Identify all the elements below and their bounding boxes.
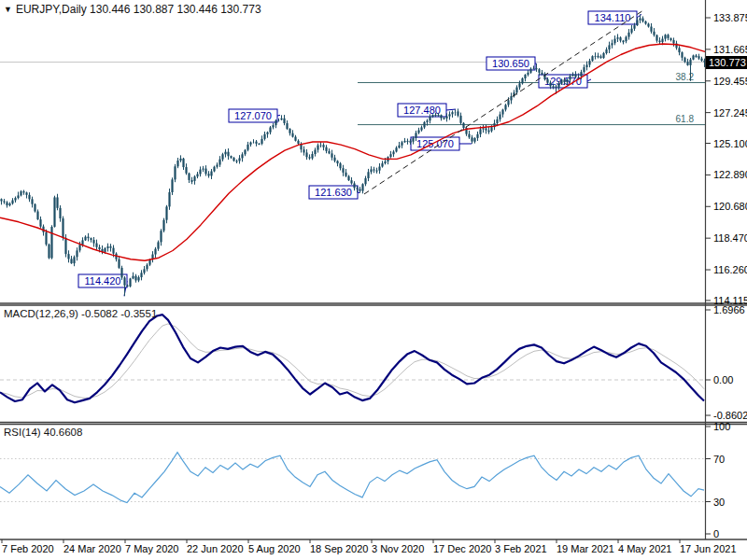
axis-tick-label: 127.245 — [713, 107, 747, 119]
swing-label-text: 114.420 — [85, 275, 121, 287]
axis-tick-label: 125.100 — [713, 138, 747, 149]
fib-level-label: 38.2 — [676, 72, 695, 82]
price-panel[interactable] — [0, 0, 705, 303]
axis-tick-label: 129.455 — [713, 76, 747, 87]
date-tick-label: 18 Sep 2020 — [310, 543, 368, 554]
swing-label-text: 127.070 — [234, 110, 272, 121]
current-price-tag: 130.773 — [706, 56, 747, 69]
trading-chart-window: ▼EURJPY,Daily 130.446 130.887 130.446 13… — [0, 0, 747, 560]
axis-tick-label: 100 — [713, 421, 730, 432]
date-tick-label: 3 Feb 2021 — [495, 543, 547, 554]
macd-panel[interactable] — [0, 305, 705, 422]
swing-label-text: 121.630 — [315, 187, 352, 198]
date-tick-label: 17 Jun 2021 — [680, 543, 737, 554]
quote-header-text: EURJPY,Daily 130.446 130.887 130.446 130… — [16, 3, 261, 16]
date-tick-label: 7 May 2020 — [125, 543, 178, 554]
date-tick-label: 22 Jun 2020 — [187, 543, 244, 554]
date-tick-label: 7 Feb 2020 — [2, 543, 54, 554]
axis-tick-label: 120.680 — [713, 201, 747, 212]
chart-canvas: 38.261.8134.110130.650129.570127.480127.… — [0, 0, 747, 560]
swing-label-text: 130.650 — [492, 58, 529, 69]
fib-level-label: 61.8 — [676, 114, 695, 124]
date-tick-label: 4 May 2021 — [618, 543, 671, 554]
axis-tick-label: -0.8602 — [713, 410, 747, 421]
axis-tick-label: 70 — [713, 454, 725, 465]
date-tick-label: 19 Mar 2021 — [557, 543, 614, 554]
symbol-dropdown-arrow-icon[interactable]: ▼ — [4, 5, 12, 14]
date-tick-label: 24 Mar 2020 — [63, 543, 121, 554]
axis-tick-label: 0 — [713, 528, 719, 539]
axis-tick-label: 133.875 — [713, 12, 747, 23]
rsi-indicator-label: RSI(14) 40.6608 — [4, 427, 82, 438]
macd-indicator-label: MACD(12,26,9) -0.5082 -0.3551 — [4, 308, 157, 319]
date-tick-label: 5 Aug 2020 — [248, 543, 301, 554]
axis-tick-label: 122.890 — [713, 169, 747, 180]
quote-header: ▼EURJPY,Daily 130.446 130.887 130.446 13… — [4, 3, 261, 16]
axis-tick-label: 30 — [713, 497, 725, 508]
rsi-panel[interactable] — [0, 424, 705, 539]
date-tick-label: 3 Nov 2020 — [372, 543, 424, 554]
axis-tick-label: 0.00 — [713, 374, 733, 385]
axis-tick-label: 131.665 — [713, 44, 747, 55]
axis-tick-label: 116.260 — [713, 264, 747, 275]
swing-label-text: 134.110 — [595, 12, 631, 23]
axis-tick-label: 1.6966 — [713, 304, 745, 315]
axis-tick-label: 118.470 — [713, 232, 747, 244]
swing-label-text: 127.480 — [403, 105, 441, 116]
date-tick-label: 17 Dec 2020 — [433, 543, 491, 554]
